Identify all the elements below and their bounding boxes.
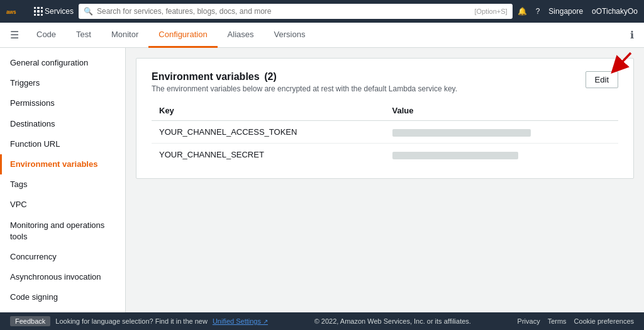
services-button[interactable]: Services	[34, 7, 74, 16]
sidebar-item-tags[interactable]: Tags	[0, 174, 125, 195]
sidebar-item-vpc[interactable]: VPC	[0, 195, 125, 215]
env-vars-card: Environment variables (2) The environmen…	[136, 58, 634, 179]
tab-versions[interactable]: Versions	[264, 23, 316, 48]
sidebar-item-function-url[interactable]: Function URL	[0, 134, 125, 154]
feedback-button[interactable]: Feedback	[10, 316, 50, 326]
table-row: YOUR_CHANNEL_SECRET	[152, 144, 618, 166]
footer: Feedback Looking for language selection?…	[0, 312, 644, 330]
card-header: Environment variables (2) The environmen…	[152, 71, 618, 93]
tab-monitor[interactable]: Monitor	[101, 23, 148, 48]
svg-text:aws: aws	[6, 9, 16, 15]
footer-left: Feedback Looking for language selection?…	[10, 316, 268, 326]
sidebar-item-destinations[interactable]: Destinations	[0, 114, 125, 134]
main-layout: General configuration Triggers Permissio…	[0, 48, 644, 312]
tab-code[interactable]: Code	[26, 23, 66, 48]
card-subtitle: The environment variables below are encr…	[152, 84, 457, 93]
top-navigation: aws Services 🔍 [Option+S] 🔔 ? Singapore …	[0, 0, 644, 23]
user-menu[interactable]: oOTichakyOo	[592, 7, 638, 16]
edit-button-container: Edit	[586, 71, 618, 88]
search-input[interactable]	[97, 7, 470, 16]
env-value-1	[385, 121, 618, 144]
env-key-2: YOUR_CHANNEL_SECRET	[152, 144, 385, 166]
footer-copyright: © 2022, Amazon Web Services, Inc. or its…	[314, 317, 471, 325]
sidebar-item-permissions[interactable]: Permissions	[0, 93, 125, 113]
env-key-1: YOUR_CHANNEL_ACCESS_TOKEN	[152, 121, 385, 144]
masked-value-2	[392, 152, 518, 159]
search-icon: 🔍	[84, 7, 93, 16]
external-link-icon: ↗	[263, 318, 268, 325]
sidebar: General configuration Triggers Permissio…	[0, 48, 126, 312]
nav-right: 🔔 ? Singapore oOTichakyOo	[518, 7, 638, 16]
grid-icon	[34, 7, 43, 16]
card-header-left: Environment variables (2) The environmen…	[152, 71, 457, 93]
terms-link[interactable]: Terms	[548, 317, 567, 325]
tab-aliases[interactable]: Aliases	[218, 23, 264, 48]
privacy-link[interactable]: Privacy	[518, 317, 540, 325]
masked-value-1	[392, 129, 531, 137]
svg-line-2	[617, 53, 631, 67]
env-vars-table: Key Value YOUR_CHANNEL_ACCESS_TOKEN YOUR…	[152, 101, 618, 166]
sidebar-item-concurrency[interactable]: Concurrency	[0, 247, 125, 267]
hamburger-menu[interactable]: ☰	[10, 29, 19, 41]
sidebar-item-monitoring[interactable]: Monitoring and operations tools	[0, 215, 125, 247]
region-selector[interactable]: Singapore	[548, 7, 583, 16]
col-value: Value	[385, 101, 618, 121]
tab-configuration[interactable]: Configuration	[148, 23, 217, 48]
env-value-2	[385, 144, 618, 166]
search-bar[interactable]: 🔍 [Option+S]	[79, 4, 513, 19]
sub-navigation: ☰ Code Test Monitor Configuration Aliase…	[0, 23, 644, 48]
help-icon[interactable]: ?	[536, 7, 540, 16]
edit-button[interactable]: Edit	[586, 71, 618, 88]
aws-logo: aws	[6, 5, 26, 18]
sidebar-item-environment-variables[interactable]: Environment variables	[0, 154, 125, 174]
search-shortcut: [Option+S]	[474, 8, 507, 15]
sidebar-item-triggers[interactable]: Triggers	[0, 73, 125, 93]
info-icon[interactable]: ℹ	[630, 29, 634, 41]
notifications-icon[interactable]: 🔔	[518, 7, 527, 16]
content-area: Environment variables (2) The environmen…	[126, 48, 644, 312]
sidebar-item-database-proxies[interactable]: Database proxies	[0, 307, 125, 312]
sidebar-item-general-configuration[interactable]: General configuration	[0, 53, 125, 73]
table-row: YOUR_CHANNEL_ACCESS_TOKEN	[152, 121, 618, 144]
footer-right: Privacy Terms Cookie preferences	[518, 317, 634, 325]
unified-settings-link[interactable]: Unified Settings ↗	[213, 317, 268, 325]
tab-test[interactable]: Test	[66, 23, 101, 48]
sidebar-item-async-invocation[interactable]: Asynchronous invocation	[0, 267, 125, 287]
services-label: Services	[45, 7, 74, 16]
sidebar-item-code-signing[interactable]: Code signing	[0, 287, 125, 307]
cookie-link[interactable]: Cookie preferences	[574, 317, 634, 325]
footer-looking-text: Looking for language selection? Find it …	[55, 317, 208, 325]
card-title: Environment variables (2)	[152, 71, 457, 82]
col-key: Key	[152, 101, 385, 121]
